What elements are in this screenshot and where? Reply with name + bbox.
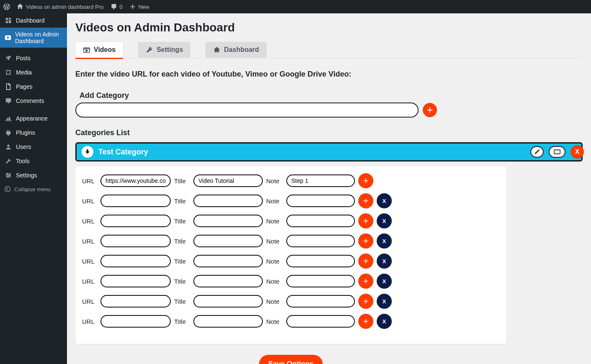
plus-icon	[362, 298, 369, 305]
note-label: Note	[266, 298, 283, 305]
title-label: Title	[174, 318, 190, 325]
url-label: URL	[82, 278, 97, 285]
collapse-icon	[4, 186, 11, 192]
sidebar-item-label: Comments	[16, 97, 44, 104]
url-label: URL	[82, 318, 97, 325]
wp-logo[interactable]	[3, 3, 10, 10]
add-row-button[interactable]	[358, 314, 373, 329]
svg-point-2	[7, 145, 9, 147]
delete-category-button[interactable]: X	[570, 145, 584, 159]
edit-category-button[interactable]	[530, 146, 544, 158]
sidebar-item-label: Users	[16, 144, 31, 150]
delete-row-button[interactable]: X	[377, 274, 392, 289]
title-input[interactable]	[193, 295, 263, 308]
add-row-button[interactable]	[358, 294, 373, 309]
note-label: Note	[266, 218, 283, 225]
dashboard-icon	[4, 17, 13, 24]
note-input[interactable]	[286, 255, 355, 267]
title-input[interactable]	[193, 235, 263, 247]
note-label: Note	[266, 238, 283, 245]
url-input[interactable]	[100, 174, 171, 187]
title-label: Title	[174, 298, 190, 305]
comments-link[interactable]: 0	[110, 3, 123, 10]
video-row: URLTitleNoteX	[82, 314, 498, 329]
delete-row-button[interactable]: X	[377, 213, 392, 228]
video-row: URLTitleNote	[82, 173, 498, 188]
site-home-link[interactable]: Videos on admin dashboard Pro	[17, 3, 104, 10]
url-input[interactable]	[100, 195, 171, 207]
url-input[interactable]	[100, 315, 171, 328]
title-input[interactable]	[193, 275, 263, 287]
url-input[interactable]	[100, 255, 171, 267]
expand-category-button[interactable]	[549, 146, 565, 158]
clapper-icon	[83, 46, 90, 54]
title-label: Title	[174, 218, 190, 225]
video-row: URLTitleNoteX	[82, 254, 498, 269]
note-input[interactable]	[286, 275, 355, 287]
tab-videos[interactable]: Videos	[75, 42, 123, 58]
note-input[interactable]	[286, 215, 355, 227]
media-icon	[4, 69, 13, 76]
note-input[interactable]	[286, 235, 355, 247]
url-input[interactable]	[100, 295, 171, 308]
sidebar-item-label: Plugins	[16, 129, 35, 136]
note-input[interactable]	[286, 315, 355, 328]
sidebar-item-comments[interactable]: Comments	[0, 94, 67, 108]
comment-icon	[110, 3, 117, 10]
add-row-button[interactable]	[358, 193, 373, 208]
title-input[interactable]	[193, 215, 263, 227]
sidebar-item-media[interactable]: Media	[0, 65, 67, 79]
sidebar-item-videos-on-admin-dashboard[interactable]: Videos on Admin Dashboard	[0, 28, 67, 48]
title-input[interactable]	[193, 315, 263, 328]
add-row-button[interactable]	[358, 274, 373, 289]
plus-icon	[362, 177, 369, 184]
tab-label: Dashboard	[224, 46, 259, 54]
title-input[interactable]	[193, 255, 263, 267]
note-input[interactable]	[286, 174, 355, 187]
collapse-menu[interactable]: Collapse menu	[0, 182, 67, 196]
url-label: URL	[82, 177, 97, 185]
title-label: Title	[174, 197, 190, 205]
note-input[interactable]	[286, 195, 355, 207]
sidebar-item-settings[interactable]: Settings	[0, 168, 67, 182]
add-row-button[interactable]	[358, 254, 373, 269]
url-input[interactable]	[100, 275, 171, 287]
sidebar-item-appearance[interactable]: Appearance	[0, 111, 67, 126]
note-input[interactable]	[286, 295, 355, 308]
tab-dashboard[interactable]: Dashboard	[206, 42, 267, 58]
add-category-input[interactable]	[75, 103, 419, 118]
tab-settings[interactable]: Settings	[138, 42, 190, 58]
wordpress-icon	[3, 3, 10, 10]
sidebar-item-plugins[interactable]: Plugins	[0, 126, 67, 140]
save-options-button[interactable]: Save Options	[259, 355, 323, 364]
sidebar-item-posts[interactable]: Posts	[0, 51, 67, 65]
delete-row-button[interactable]: X	[377, 193, 392, 208]
new-link[interactable]: New	[129, 3, 149, 10]
drag-handle[interactable]	[82, 146, 93, 158]
delete-row-button[interactable]: X	[377, 314, 392, 329]
delete-row-button[interactable]: X	[377, 294, 392, 309]
plus-icon	[129, 3, 136, 10]
add-row-button[interactable]	[358, 213, 373, 228]
add-row-button[interactable]	[358, 173, 373, 188]
delete-row-button[interactable]: X	[377, 254, 392, 269]
sidebar-item-dashboard[interactable]: Dashboard	[0, 13, 67, 28]
page-icon	[4, 83, 13, 90]
sidebar-item-pages[interactable]: Pages	[0, 79, 67, 94]
url-label: URL	[82, 197, 97, 205]
add-category-button[interactable]	[423, 103, 437, 117]
note-label: Note	[266, 278, 283, 285]
title-input[interactable]	[193, 174, 263, 187]
add-row-button[interactable]	[358, 233, 373, 249]
title-input[interactable]	[193, 195, 263, 207]
url-input[interactable]	[100, 235, 171, 247]
site-title: Videos on admin dashboard Pro	[26, 4, 104, 10]
plugin-icon	[4, 129, 13, 136]
url-label: URL	[82, 238, 97, 245]
url-input[interactable]	[100, 215, 171, 227]
sidebar-item-users[interactable]: Users	[0, 140, 67, 154]
sidebar-item-tools[interactable]: Tools	[0, 154, 67, 168]
url-label: URL	[82, 298, 97, 305]
tab-label: Videos	[94, 46, 116, 54]
delete-row-button[interactable]: X	[377, 233, 392, 249]
